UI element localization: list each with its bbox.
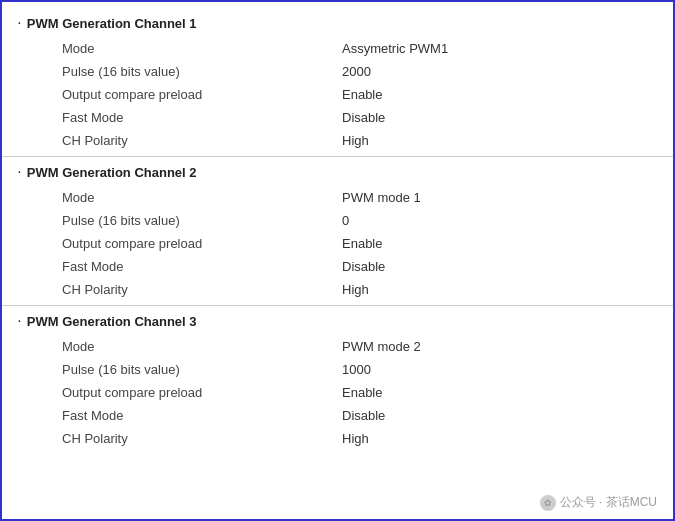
property-name-ch2-2: Pulse (16 bits value) [62,213,342,228]
property-name-ch3-1: Mode [62,339,342,354]
property-name-ch2-3: Output compare preload [62,236,342,251]
property-value-ch2-5: High [342,282,673,297]
channel-bullet-1: · [18,18,21,29]
property-name-ch2-5: CH Polarity [62,282,342,297]
channel-title-1: PWM Generation Channel 1 [27,16,197,31]
main-content: ·PWM Generation Channel 1ModeAssymetric … [2,2,673,464]
property-name-ch1-2: Pulse (16 bits value) [62,64,342,79]
property-name-ch2-1: Mode [62,190,342,205]
property-value-ch3-3: Enable [342,385,673,400]
property-value-ch1-1: Assymetric PWM1 [342,41,673,56]
property-value-ch3-4: Disable [342,408,673,423]
channel-section-1: ·PWM Generation Channel 1ModeAssymetric … [2,10,673,157]
property-row-ch2-3: Output compare preloadEnable [2,232,673,255]
property-name-ch3-5: CH Polarity [62,431,342,446]
channel-header-2: ·PWM Generation Channel 2 [2,159,673,186]
channel-bullet-3: · [18,316,21,327]
property-row-ch2-1: ModePWM mode 1 [2,186,673,209]
property-row-ch1-5: CH PolarityHigh [2,129,673,152]
property-value-ch3-5: High [342,431,673,446]
watermark: ✿ 公众号 · 茶话MCU [540,494,657,511]
property-name-ch1-3: Output compare preload [62,87,342,102]
property-name-ch3-3: Output compare preload [62,385,342,400]
channel-title-2: PWM Generation Channel 2 [27,165,197,180]
property-row-ch2-4: Fast ModeDisable [2,255,673,278]
channel-bullet-2: · [18,167,21,178]
watermark-text: 公众号 · 茶话MCU [560,494,657,511]
property-row-ch3-5: CH PolarityHigh [2,427,673,450]
property-value-ch1-4: Disable [342,110,673,125]
property-row-ch1-3: Output compare preloadEnable [2,83,673,106]
channel-header-1: ·PWM Generation Channel 1 [2,10,673,37]
channel-title-3: PWM Generation Channel 3 [27,314,197,329]
property-value-ch2-1: PWM mode 1 [342,190,673,205]
property-value-ch3-2: 1000 [342,362,673,377]
property-row-ch3-4: Fast ModeDisable [2,404,673,427]
property-value-ch2-3: Enable [342,236,673,251]
property-row-ch1-1: ModeAssymetric PWM1 [2,37,673,60]
property-row-ch3-1: ModePWM mode 2 [2,335,673,358]
property-value-ch2-2: 0 [342,213,673,228]
property-value-ch1-2: 2000 [342,64,673,79]
property-name-ch2-4: Fast Mode [62,259,342,274]
property-value-ch3-1: PWM mode 2 [342,339,673,354]
property-value-ch1-5: High [342,133,673,148]
property-row-ch2-2: Pulse (16 bits value)0 [2,209,673,232]
property-name-ch1-1: Mode [62,41,342,56]
property-value-ch1-3: Enable [342,87,673,102]
watermark-icon: ✿ [540,495,556,511]
channel-section-2: ·PWM Generation Channel 2ModePWM mode 1P… [2,159,673,306]
channel-section-3: ·PWM Generation Channel 3ModePWM mode 2P… [2,308,673,454]
property-name-ch1-4: Fast Mode [62,110,342,125]
property-name-ch3-2: Pulse (16 bits value) [62,362,342,377]
property-name-ch3-4: Fast Mode [62,408,342,423]
property-name-ch1-5: CH Polarity [62,133,342,148]
channel-header-3: ·PWM Generation Channel 3 [2,308,673,335]
property-row-ch2-5: CH PolarityHigh [2,278,673,301]
property-row-ch3-2: Pulse (16 bits value)1000 [2,358,673,381]
property-row-ch3-3: Output compare preloadEnable [2,381,673,404]
property-value-ch2-4: Disable [342,259,673,274]
property-row-ch1-2: Pulse (16 bits value)2000 [2,60,673,83]
property-row-ch1-4: Fast ModeDisable [2,106,673,129]
